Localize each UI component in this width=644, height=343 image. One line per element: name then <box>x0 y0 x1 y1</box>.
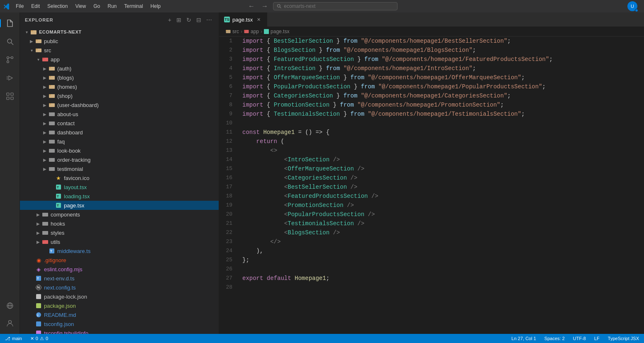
account-icon[interactable]: U <box>624 0 641 15</box>
tree-label-components: components <box>51 212 80 218</box>
refresh-button[interactable]: ↻ <box>185 16 193 24</box>
breadcrumb-file-label: page.tsx <box>271 29 289 34</box>
breadcrumb-app[interactable]: app <box>244 29 259 34</box>
menu-help[interactable]: Help <box>147 2 164 10</box>
svg-rect-19 <box>36 39 38 41</box>
activity-remote[interactable] <box>2 297 18 314</box>
tree-item-contact[interactable]: ▶ contact <box>20 119 219 128</box>
line-number: 20 <box>222 210 232 219</box>
line-number: 26 <box>222 265 232 274</box>
code-editor[interactable]: 1234567891011121314151617181920212223242… <box>219 36 644 334</box>
tree-item-styles[interactable]: ▶ styles <box>20 228 219 237</box>
search-bar[interactable] <box>273 2 398 10</box>
menu-go[interactable]: Go <box>90 2 103 10</box>
tree-item-next-config[interactable]: ▶ N next.config.ts <box>20 283 219 292</box>
new-file-button[interactable]: + <box>166 16 173 24</box>
tab-close-button[interactable]: ✕ <box>255 16 262 23</box>
menu-selection[interactable]: Selection <box>44 2 71 10</box>
tree-item-package-lock[interactable]: ▶ package-lock.json <box>20 292 219 301</box>
search-input[interactable] <box>284 3 394 9</box>
tree-item-gitignore[interactable]: ▶ ◉ .gitignore <box>20 255 219 265</box>
tree-item-homes[interactable]: ▶ (homes) <box>20 82 219 91</box>
svg-text:N: N <box>37 285 40 289</box>
tree-label-readme: README.md <box>44 312 76 318</box>
tree-icon-next-config: N <box>35 284 42 291</box>
tree-item-next-env[interactable]: ▶ T next-env.d.ts <box>20 274 219 283</box>
tree-item-testimonial[interactable]: ▶ testimonial <box>20 164 219 173</box>
tab-label: page.tsx <box>232 17 253 23</box>
tree-item-user-dashboard[interactable]: ▶ (user-dashboard) <box>20 100 219 109</box>
tree-icon-gitignore: ◉ <box>35 256 42 264</box>
line-number: 7 <box>222 91 232 100</box>
activity-extensions[interactable] <box>2 88 18 105</box>
tree-item-eslint[interactable]: ▶ ◈ eslint.config.mjs <box>20 265 219 274</box>
tree-arrow-contact: ▶ <box>41 120 48 126</box>
tree-item-about-us[interactable]: ▶ about-us <box>20 109 219 119</box>
tree-item-root[interactable]: ▾ ECOMARTS-NEXT <box>20 27 219 36</box>
tree-item-hooks[interactable]: ▶ hooks <box>20 219 219 228</box>
tree-arrow-blogs: ▶ <box>41 74 48 81</box>
tree-item-app[interactable]: ▾ app <box>20 55 219 64</box>
menu-edit[interactable]: Edit <box>28 2 43 10</box>
warning-icon: ⚠ <box>40 336 44 341</box>
tree-item-readme[interactable]: ▶ i README.md <box>20 310 219 319</box>
nav-back-button[interactable]: ← <box>246 2 256 11</box>
line-number: 12 <box>222 137 232 146</box>
menu-run[interactable]: Run <box>104 2 120 10</box>
breadcrumb-sep-2: › <box>261 29 262 34</box>
breadcrumb-src[interactable]: src <box>226 29 239 34</box>
status-language[interactable]: TypeScript JSX <box>606 336 641 341</box>
more-actions-button[interactable]: ⋯ <box>205 16 214 24</box>
status-encoding[interactable]: UTF-8 <box>571 336 588 341</box>
code-content[interactable]: import { BestSellerSection } from "@/com… <box>239 36 644 334</box>
tree-item-src[interactable]: ▾ src <box>20 46 219 55</box>
status-spaces[interactable]: Spaces: 2 <box>543 336 566 341</box>
tree-item-page[interactable]: ▶ T page.tsx <box>20 201 219 210</box>
line-number: 22 <box>222 228 232 237</box>
status-line-ending[interactable]: LF <box>593 336 601 341</box>
tree-item-tsbuildinfo[interactable]: ▶ tsconfig.tsbuildinfo <box>20 328 219 334</box>
activity-search[interactable] <box>2 33 18 50</box>
tree-item-auth[interactable]: ▶ (auth) <box>20 64 219 73</box>
line-number: 3 <box>222 55 232 64</box>
activity-source-control[interactable] <box>2 51 18 68</box>
tree-item-loading[interactable]: ▶ T loading.tsx <box>20 192 219 201</box>
tree-item-tsconfig[interactable]: ▶ tsconfig.json <box>20 319 219 328</box>
tree-arrow-homes: ▶ <box>41 83 48 90</box>
tree-item-utils[interactable]: ▶ utils <box>20 237 219 246</box>
status-branch[interactable]: ⎇ main <box>3 336 24 341</box>
title-bar: File Edit Selection View Go Run Terminal… <box>0 0 644 12</box>
tree-item-shop[interactable]: ▶ (shop) <box>20 91 219 100</box>
tree-item-favicon[interactable]: ▶ ★ favicon.ico <box>20 173 219 182</box>
tree-item-order-tracking[interactable]: ▶ order-tracking <box>20 155 219 164</box>
tree-item-dashboard[interactable]: ▶ dashboard <box>20 128 219 137</box>
tree-item-public[interactable]: ▶ public <box>20 36 219 46</box>
activity-bar-bottom <box>2 297 18 332</box>
tree-item-components[interactable]: ▶ components <box>20 210 219 219</box>
breadcrumb-file[interactable]: page.tsx <box>264 29 289 34</box>
status-errors[interactable]: ✕ 0 ⚠ 0 <box>29 336 50 341</box>
tree-item-faq[interactable]: ▶ faq <box>20 137 219 146</box>
menu-view[interactable]: View <box>72 2 89 10</box>
tree-item-blogs[interactable]: ▶ (blogs) <box>20 73 219 82</box>
svg-text:T: T <box>57 195 59 198</box>
menu-terminal[interactable]: Terminal <box>121 2 146 10</box>
tree-icon-about-us <box>48 110 56 118</box>
activity-run-debug[interactable] <box>2 70 18 86</box>
nav-forward-button[interactable]: → <box>260 2 270 11</box>
tab-page-tsx[interactable]: TS page.tsx ✕ <box>219 12 267 27</box>
activity-accounts[interactable] <box>2 315 18 331</box>
tree-icon-loading: T <box>55 192 62 200</box>
status-position[interactable]: Ln 27, Col 1 <box>510 336 538 341</box>
svg-rect-11 <box>11 97 13 100</box>
tree-item-layout[interactable]: ▶ T layout.tsx <box>20 182 219 192</box>
code-line: <BestSellerSection /> <box>242 182 641 192</box>
tree-item-look-book[interactable]: ▶ look-book <box>20 146 219 155</box>
activity-files[interactable] <box>2 15 18 32</box>
collapse-all-button[interactable]: ⊟ <box>195 16 203 24</box>
tree-icon-public <box>35 37 42 45</box>
new-folder-button[interactable]: ⊞ <box>175 16 183 24</box>
tree-item-package[interactable]: ▶ package.json <box>20 301 219 310</box>
tree-item-middleware[interactable]: ▶ T middleware.ts <box>20 246 219 255</box>
menu-file[interactable]: File <box>12 2 27 10</box>
